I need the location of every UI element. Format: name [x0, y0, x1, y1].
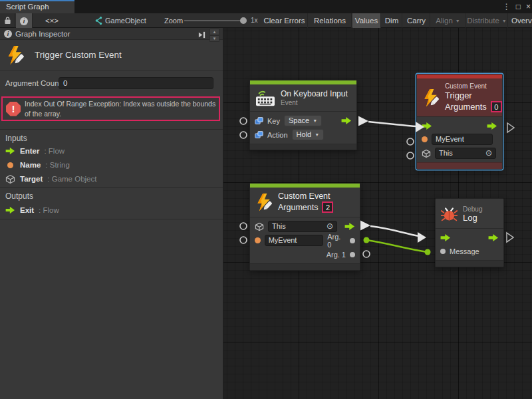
zoom-slider-track[interactable]: [184, 20, 243, 21]
flow-wire[interactable]: [368, 122, 416, 126]
chevron-down-icon: ▼: [456, 19, 460, 23]
port-circle[interactable]: [240, 132, 247, 138]
code-preview-button[interactable]: <×>: [33, 13, 71, 28]
clear-errors-button[interactable]: Clear Errors: [261, 13, 308, 28]
inputs-heading: Inputs: [5, 134, 27, 143]
port-circle[interactable]: [240, 223, 247, 229]
string-port-icon: [255, 237, 261, 243]
target-field[interactable]: This ⊙: [268, 221, 337, 232]
panel-spinner[interactable]: ▲ ▼: [209, 29, 219, 40]
chevron-down-icon: ▼: [502, 19, 507, 23]
lock-button[interactable]: [0, 13, 15, 28]
dim-button[interactable]: Dim: [382, 13, 402, 28]
overview-button[interactable]: Overview: [509, 13, 532, 28]
message-row: Message: [436, 244, 503, 258]
values-button[interactable]: Values: [352, 13, 381, 28]
flow-out-port[interactable]: [341, 116, 352, 125]
tab-script-graph[interactable]: Script Graph: [0, 0, 74, 13]
flow-out-port[interactable]: [487, 122, 497, 130]
action-label: Action: [267, 131, 288, 139]
flow-in-port[interactable]: [440, 233, 451, 242]
node-subtitle: Event: [281, 99, 348, 106]
carry-button[interactable]: Carry: [403, 13, 430, 28]
separator: :: [39, 206, 41, 214]
window-maximize-icon[interactable]: □: [516, 2, 521, 11]
zoom-label: Zoom: [164, 13, 183, 28]
flow-out-triangle[interactable]: [507, 123, 514, 132]
port-circle[interactable]: [407, 138, 414, 145]
unit-title: Trigger Custom Event: [35, 50, 122, 60]
output-port-exit: Exit : Flow: [5, 205, 59, 215]
key-dropdown[interactable]: Space ▼: [284, 115, 322, 126]
lock-icon: [4, 16, 11, 25]
event-name-field[interactable]: MyEvent: [432, 134, 493, 145]
arg0-port-icon[interactable]: [350, 238, 355, 243]
flow-out-port[interactable]: [488, 233, 499, 242]
spinner-up-icon[interactable]: ▲: [209, 29, 219, 35]
target-row: This ⊙: [417, 146, 502, 160]
flow-arrow-icon: [5, 206, 15, 214]
inspector-toggle-button[interactable]: i: [16, 13, 33, 28]
message-label: Message: [450, 247, 479, 255]
target-field[interactable]: This ⊙: [435, 148, 496, 159]
wire-source-triangle: [358, 116, 368, 126]
window-menu-icon[interactable]: ⋮: [503, 2, 511, 11]
unit-option-icon: [255, 116, 263, 125]
node-category: Custom Event: [445, 82, 502, 90]
port-circle[interactable]: [363, 251, 370, 257]
flow-wire[interactable]: [370, 226, 419, 236]
value-wire[interactable]: [366, 240, 428, 252]
info-icon: i: [4, 30, 12, 38]
target-picker-icon[interactable]: ⊙: [327, 221, 333, 231]
node-footer: [436, 260, 503, 267]
arguments-value-badge[interactable]: 0: [491, 101, 502, 112]
zoom-slider-knob[interactable]: [240, 17, 247, 24]
relations-button[interactable]: Relations: [309, 13, 352, 28]
distribute-button[interactable]: Distribute▼: [466, 13, 508, 28]
arg1-port-icon[interactable]: [350, 252, 355, 257]
align-button[interactable]: Align▼: [431, 13, 466, 28]
custom-event-icon: [255, 193, 273, 211]
custom-event-icon: [422, 88, 440, 107]
error-message-box: ! Index Out Of Range Exception: Index wa…: [1, 96, 220, 121]
event-name-value: MyEvent: [269, 235, 297, 245]
unit-option-icon: [255, 130, 263, 139]
event-name-value: MyEvent: [436, 134, 464, 144]
argument-count-input[interactable]: 0: [59, 77, 213, 89]
arguments-value-badge[interactable]: 2: [322, 201, 333, 213]
node-header: On Keyboard Input Event: [250, 84, 356, 111]
node-custom-event[interactable]: Custom Event Arguments 2 This ⊙: [249, 183, 360, 271]
event-name-row: MyEvent: [417, 132, 502, 146]
message-port-icon[interactable]: [440, 249, 446, 254]
inspector-title: Graph Inspector: [15, 28, 70, 40]
node-debug-log[interactable]: Debug Log Message: [435, 198, 504, 267]
node-footer: [417, 162, 502, 169]
port-type: String: [50, 161, 70, 169]
info-icon: i: [20, 17, 28, 25]
flow-in-port[interactable]: [422, 122, 432, 130]
divider: [0, 129, 223, 130]
port-name: Exit: [20, 206, 34, 214]
port-circle[interactable]: [240, 118, 247, 124]
graph-canvas[interactable]: On Keyboard Input Event Key Space ▼ Acti…: [223, 28, 532, 399]
string-port-icon: [422, 136, 428, 142]
action-dropdown[interactable]: Hold ▼: [292, 129, 325, 140]
code-icon: <×>: [45, 17, 59, 25]
flow-out-port[interactable]: [344, 222, 355, 231]
port-name: Target: [20, 175, 43, 183]
wire-source-triangle: [360, 221, 370, 231]
window-close-icon[interactable]: ×: [526, 2, 531, 11]
event-name-field[interactable]: MyEvent: [265, 235, 324, 246]
port-circle[interactable]: [240, 237, 247, 243]
flow-row: [417, 119, 502, 132]
title-bar: Script Graph ⋮ □ ×: [0, 0, 532, 13]
target-picker-icon[interactable]: ⊙: [485, 148, 492, 158]
node-trigger-custom-event[interactable]: Custom Event Trigger Arguments 0 MyEve: [416, 74, 503, 170]
port-circle[interactable]: [407, 152, 414, 159]
graph-inspector-panel: i Graph Inspector ▲ ▼ Trigger Custom Eve…: [0, 28, 223, 399]
node-on-keyboard-input[interactable]: On Keyboard Input Event Key Space ▼ Acti…: [249, 80, 357, 150]
flow-out-triangle[interactable]: [507, 233, 513, 242]
input-port-target: Target : Game Object: [5, 174, 96, 184]
chevron-down-icon: ▼: [315, 130, 319, 140]
chevron-down-icon: ▼: [313, 116, 317, 126]
